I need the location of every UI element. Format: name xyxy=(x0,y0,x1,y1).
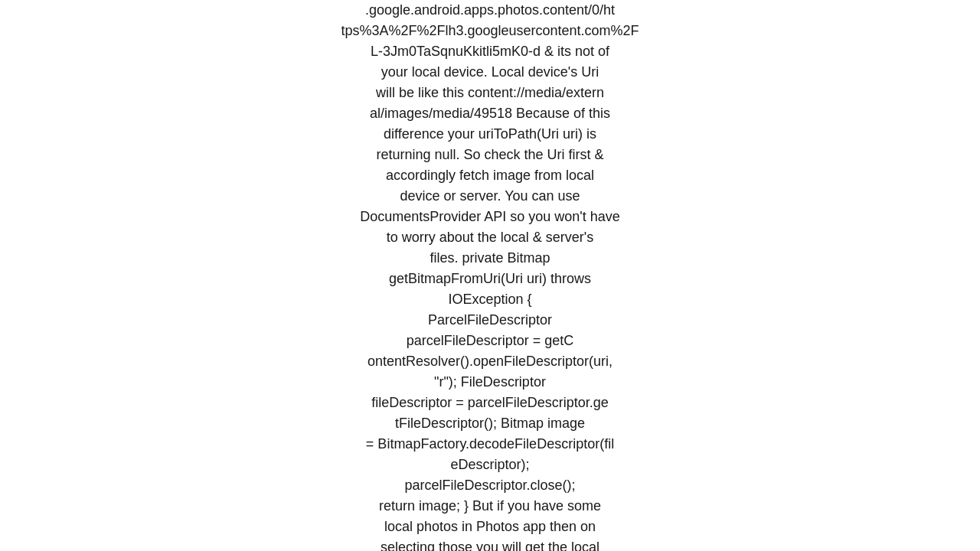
text-line: local photos in Photos app then on xyxy=(153,517,827,537)
text-line: ParcelFileDescriptor xyxy=(153,310,827,331)
text-line: device or server. You can use xyxy=(153,186,827,207)
text-line: fileDescriptor = parcelFileDescriptor.ge xyxy=(153,393,827,413)
text-block: .google.android.apps.photos.content/0/ht… xyxy=(153,0,827,551)
text-line: return image; } But if you have some xyxy=(153,496,827,517)
text-line: parcelFileDescriptor.close(); xyxy=(153,475,827,496)
text-line: selecting those you will get the local xyxy=(153,537,827,551)
text-line: L-3Jm0TaSqnuKkitli5mK0-d & its not of xyxy=(153,41,827,62)
text-line: getBitmapFromUri(Uri uri) throws xyxy=(153,269,827,289)
text-line: to worry about the local & server's xyxy=(153,227,827,248)
text-line: = BitmapFactory.decodeFileDescriptor(fil xyxy=(153,434,827,455)
text-line: IOException { xyxy=(153,289,827,310)
text-line: difference your uriToPath(Uri uri) is xyxy=(153,124,827,145)
text-line: parcelFileDescriptor = getC xyxy=(153,331,827,351)
text-line: your local device. Local device's Uri xyxy=(153,62,827,83)
text-line: .google.android.apps.photos.content/0/ht xyxy=(153,0,827,21)
text-line: "r"); FileDescriptor xyxy=(153,372,827,393)
text-line: tFileDescriptor(); Bitmap image xyxy=(153,413,827,434)
text-line: eDescriptor); xyxy=(153,455,827,475)
text-line: will be like this content://media/extern xyxy=(153,83,827,103)
text-line: returning null. So check the Uri first & xyxy=(153,145,827,165)
main-content: .google.android.apps.photos.content/0/ht… xyxy=(0,0,980,551)
text-line: al/images/media/49518 Because of this xyxy=(153,103,827,124)
text-line: accordingly fetch image from local xyxy=(153,165,827,186)
text-line: ontentResolver().openFileDescriptor(uri, xyxy=(153,351,827,372)
text-line: tps%3A%2F%2Flh3.googleusercontent.com%2F xyxy=(153,21,827,41)
text-line: DocumentsProvider API so you won't have xyxy=(153,207,827,227)
text-line: files. private Bitmap xyxy=(153,248,827,269)
